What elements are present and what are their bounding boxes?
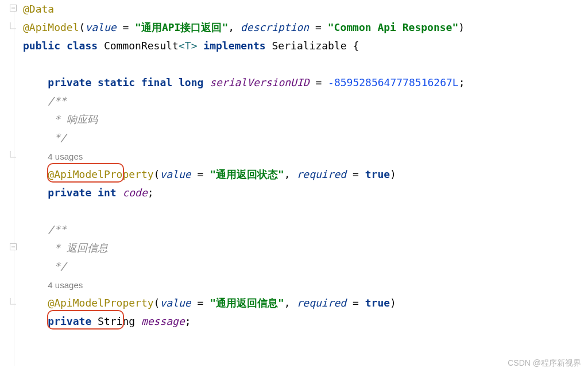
code-line[interactable]: private int code; <box>20 184 588 202</box>
code-line[interactable]: */ <box>20 257 588 276</box>
annotation: @ApiModel <box>23 21 79 33</box>
fold-marker-minus-icon[interactable] <box>10 5 18 13</box>
code-line[interactable]: */ <box>20 129 588 147</box>
code-line[interactable]: @Data <box>20 0 588 18</box>
usages-hint[interactable]: 4 usages <box>48 152 83 161</box>
fold-marker-minus-icon[interactable] <box>10 243 18 251</box>
code-line[interactable]: * 响应码 <box>20 110 588 129</box>
inlay-usages[interactable]: 4 usages <box>20 276 588 294</box>
code-line[interactable]: * 返回信息 <box>20 239 588 257</box>
fold-guide-line <box>14 5 14 366</box>
code-line[interactable]: /** <box>20 220 588 239</box>
usages-hint[interactable]: 4 usages <box>48 280 83 290</box>
code-line[interactable]: private String message; <box>20 312 588 331</box>
annotation: @ApiModelProperty <box>48 168 153 180</box>
annotation: @ApiModelProperty <box>48 297 153 309</box>
fold-marker-end-icon <box>10 298 18 306</box>
gutter <box>0 0 20 372</box>
annotation: @Data <box>23 3 54 15</box>
code-editor[interactable]: @Data @ApiModel(value = "通用API接口返回", des… <box>0 0 588 372</box>
code-line[interactable]: /** <box>20 92 588 110</box>
code-line[interactable]: public class CommonResult<T> implements … <box>20 37 588 55</box>
blank-line <box>20 202 588 220</box>
fold-marker-end-icon <box>10 151 18 159</box>
code-line[interactable]: @ApiModel(value = "通用API接口返回", descripti… <box>20 18 588 37</box>
code-area[interactable]: @Data @ApiModel(value = "通用API接口返回", des… <box>20 0 588 372</box>
code-line[interactable]: @ApiModelProperty(value = "通用返回状态", requ… <box>20 165 588 184</box>
blank-line <box>20 55 588 73</box>
code-line[interactable]: private static final long serialVersionU… <box>20 73 588 92</box>
code-line[interactable]: @ApiModelProperty(value = "通用返回信息", requ… <box>20 294 588 312</box>
inlay-usages[interactable]: 4 usages <box>20 147 588 165</box>
fold-marker-end-icon <box>10 22 18 30</box>
